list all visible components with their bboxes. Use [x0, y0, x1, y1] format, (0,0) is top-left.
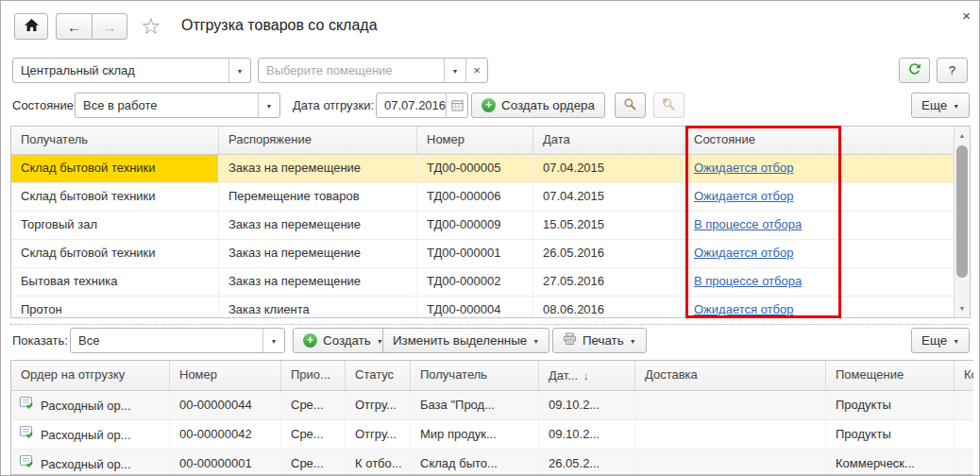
cell-room[interactable]: Коммерческ... [826, 450, 955, 475]
col-header-delivery[interactable]: Доставка [635, 361, 826, 390]
col-header-comment[interactable]: Комм [955, 361, 973, 390]
splitter-handle[interactable] [10, 324, 970, 327]
cell-number[interactable]: 00-00000044 [170, 391, 281, 419]
vertical-scrollbar[interactable]: ▲ ▼ [954, 127, 970, 317]
cell-recipient[interactable]: Склад бытовой техники [11, 240, 219, 267]
cell-date[interactable]: 26.05.2016 [533, 240, 684, 267]
col-header-recipient[interactable]: Получатель [11, 127, 219, 154]
col-header-number[interactable]: Номер [170, 361, 281, 390]
col-header-date[interactable]: Дата [533, 127, 684, 154]
cell-recipient[interactable]: Бытовая техника [11, 268, 219, 296]
cell-recipient[interactable]: Мир продук... [411, 420, 539, 449]
cell-number[interactable]: ТД00-000005 [417, 155, 533, 182]
refresh-button[interactable] [899, 58, 930, 83]
more-button-top[interactable]: Еще ▼ [911, 93, 970, 118]
cell-priority[interactable]: Сре... [281, 450, 346, 475]
table-row[interactable]: Расходный ор... 00-00000042 Сре... Отгру… [11, 420, 973, 450]
chevron-down-icon[interactable]: ▼ [444, 59, 465, 82]
cell-delivery[interactable] [635, 450, 826, 475]
cell-order[interactable]: Заказ на перемещение [219, 240, 417, 267]
table-row[interactable]: Склад бытовой техники Перемещение товаро… [11, 183, 954, 212]
table-row[interactable]: Торговый зал Заказ на перемещение ТД00-0… [11, 212, 954, 240]
col-header-number[interactable]: Номер [417, 127, 533, 154]
forward-button[interactable]: → [92, 13, 127, 40]
cell-date[interactable]: 07.04.2015 [533, 155, 684, 182]
state-link[interactable]: Ожидается отбор [694, 161, 793, 175]
state-link[interactable]: Ожидается отбор [694, 302, 793, 316]
chevron-down-icon[interactable]: ▼ [262, 329, 284, 352]
cell-number[interactable]: 00-00000001 [170, 450, 281, 475]
cell-order[interactable]: Заказ на перемещение [219, 212, 417, 239]
cell-delivery[interactable] [635, 420, 826, 449]
cell-status[interactable]: Отгру... [346, 420, 411, 449]
cell-order[interactable]: Расходный ор... [11, 391, 170, 419]
cell-number[interactable]: ТД00-000001 [417, 240, 533, 267]
ship-date-field[interactable]: 07.07.2016 [376, 93, 468, 118]
cell-comment[interactable] [955, 420, 973, 449]
cell-date[interactable]: 15.05.2015 [533, 212, 684, 239]
cell-priority[interactable]: Сре... [281, 391, 346, 419]
cell-date[interactable]: 09.10.2... [539, 391, 635, 419]
cell-recipient[interactable]: Торговый зал [11, 212, 219, 239]
warehouse-combo[interactable]: Центральный склад ▼ [12, 58, 251, 83]
cell-comment[interactable] [955, 391, 973, 419]
home-button[interactable] [14, 13, 48, 40]
cell-recipient[interactable]: Склад бытовой техники [11, 183, 219, 211]
col-header-recipient[interactable]: Получатель [411, 361, 539, 390]
col-header-date[interactable]: Дат... ↓ [539, 361, 635, 390]
print-button[interactable]: Печать ▼ [552, 328, 647, 353]
close-icon[interactable]: × [962, 8, 971, 24]
state-combo[interactable]: Все в работе ▼ [75, 93, 280, 118]
help-button[interactable]: ? [937, 58, 968, 83]
cell-number[interactable]: ТД00-000002 [417, 268, 533, 296]
table-row[interactable]: Расходный ор... 00-00000044 Сре... Отгру… [11, 391, 973, 420]
cell-order[interactable]: Расходный ор... [11, 450, 170, 475]
cell-recipient[interactable]: Протон [11, 297, 219, 318]
col-header-priority[interactable]: Прио... [281, 361, 346, 390]
col-header-room[interactable]: Помещение [826, 361, 955, 390]
table-row[interactable]: Протон Заказ клиента ТД00-000004 08.06.2… [11, 297, 954, 318]
more-button-middle[interactable]: Еще ▼ [911, 328, 970, 353]
table-row[interactable]: Склад бытовой техники Заказ на перемещен… [11, 155, 954, 183]
cell-room[interactable]: Продукты [826, 391, 955, 419]
cell-room[interactable]: Продукты [826, 420, 955, 449]
cell-number[interactable]: ТД00-000006 [417, 183, 533, 211]
state-link[interactable]: Ожидается отбор [694, 246, 793, 260]
calendar-icon[interactable] [446, 94, 467, 117]
edit-selected-button[interactable]: Изменить выделенные ▼ [382, 328, 549, 353]
cell-comment[interactable] [955, 450, 973, 475]
table-row[interactable]: Бытовая техника Заказ на перемещение ТД0… [11, 268, 954, 297]
col-header-status[interactable]: Статус [346, 361, 411, 390]
create-orders-button[interactable]: + Создать ордера [471, 93, 605, 118]
show-combo[interactable]: Все ▼ [70, 328, 285, 353]
cell-date[interactable]: 26.05.2... [539, 450, 635, 475]
room-combo[interactable]: Выберите помещение ▼ × [258, 58, 488, 83]
state-link[interactable]: В процессе отбора [694, 217, 802, 231]
state-link[interactable]: Ожидается отбор [694, 189, 793, 203]
chevron-down-icon[interactable]: ▼ [258, 94, 279, 117]
search-button[interactable] [615, 93, 646, 118]
state-link[interactable]: В процессе отбора [694, 274, 802, 288]
cell-order[interactable]: Заказ на перемещение [219, 155, 417, 182]
scroll-up-icon[interactable]: ▲ [955, 128, 970, 143]
cell-delivery[interactable] [635, 391, 826, 419]
cell-recipient[interactable]: Склад быто... [411, 450, 539, 475]
scroll-down-icon[interactable]: ▼ [955, 301, 970, 315]
cell-date[interactable]: 08.06.2016 [533, 297, 684, 318]
cell-status[interactable]: К отбо... [346, 450, 411, 475]
cell-number[interactable]: 00-00000042 [170, 420, 281, 449]
chevron-down-icon[interactable]: ▼ [228, 59, 250, 82]
clear-icon[interactable]: × [465, 59, 487, 82]
cell-order[interactable]: Расходный ор... [11, 420, 170, 449]
favorite-star-icon[interactable]: ☆ [141, 13, 161, 40]
table-row[interactable]: Расходный ор... 00-00000001 Сре... К отб… [11, 450, 973, 475]
cell-priority[interactable]: Сре... [281, 420, 346, 449]
cancel-search-button[interactable] [653, 93, 684, 118]
back-button[interactable]: ← [56, 13, 92, 40]
col-header-order[interactable]: Ордер на отгрузку [11, 361, 170, 390]
cell-order[interactable]: Перемещение товаров [219, 183, 417, 211]
cell-date[interactable]: 27.05.2016 [533, 268, 684, 296]
cell-status[interactable]: Отгру... [346, 391, 411, 419]
col-header-order[interactable]: Распоряжение [219, 127, 417, 154]
table-row[interactable]: Склад бытовой техники Заказ на перемещен… [11, 240, 954, 268]
